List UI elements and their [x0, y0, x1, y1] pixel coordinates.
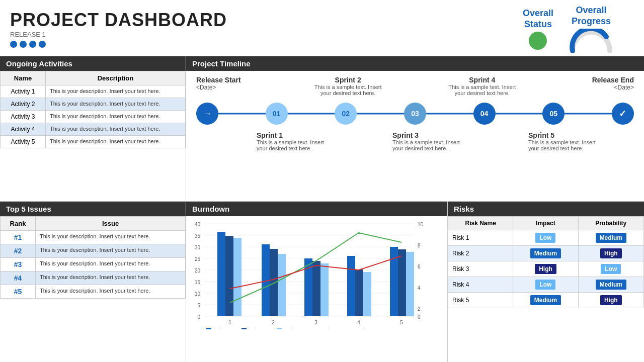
col-rank-header: Rank	[1, 216, 36, 230]
risk-impact: Medium	[513, 292, 578, 308]
svg-text:8: 8	[418, 243, 421, 248]
issue-row: #2 This is your description. Insert your…	[1, 244, 186, 257]
sprint3-text: This is a sample text. Insert your desir…	[392, 139, 468, 151]
activity-row: Activity 2 This is your description. Ins…	[1, 98, 186, 111]
release-end-title: Release End	[579, 76, 634, 84]
dot-1	[10, 41, 17, 48]
svg-text:2: 2	[418, 306, 421, 312]
issue-rank: #2	[1, 244, 36, 257]
timeline-top-labels: Release Start <Date> Sprint 2 This is a …	[196, 76, 634, 96]
issue-rank: #1	[1, 230, 36, 244]
sprint1-bottom-label: Sprint 1 This is a sample text. Insert y…	[257, 131, 332, 151]
sprint3-bottom-label: Sprint 3 This is a sample text. Insert y…	[392, 131, 468, 151]
activity-description: This is your description. Insert your te…	[46, 136, 186, 148]
bar-s4-4	[355, 269, 363, 316]
risk-impact: Low	[513, 277, 578, 292]
bar-s3-1	[217, 232, 225, 316]
issues-header: Top 5 Issues	[0, 202, 186, 216]
risks-header: Risks	[448, 202, 644, 216]
issue-row: #5 This is your description. Insert your…	[1, 285, 186, 298]
header: PROJECT DASHBOARD RELEASE 1 Overall Stat…	[0, 0, 644, 56]
sprint5-bottom-label: Sprint 5 This is a sample text. Insert y…	[528, 131, 604, 151]
dot-4	[39, 41, 46, 48]
bar-s4-3	[312, 261, 320, 316]
timeline-node-05: 05	[542, 103, 565, 125]
activity-name: Activity 1	[1, 85, 46, 98]
node-01-circle: 01	[266, 103, 288, 125]
timeline-track: → 01 02 03 04 05	[196, 101, 634, 126]
svg-text:10: 10	[418, 222, 423, 227]
bar-s4-5	[398, 249, 406, 316]
overall-status-label: Overall Status	[523, 8, 553, 30]
svg-rect-29	[206, 328, 211, 329]
timeline-node-04: 04	[473, 103, 496, 125]
col-risk-name-header: Risk Name	[448, 216, 513, 230]
svg-text:5: 5	[400, 320, 403, 325]
timeline-node-03: 03	[404, 103, 426, 125]
activity-name: Activity 3	[1, 111, 46, 123]
timeline-nodes: → 01 02 03 04 05	[196, 103, 634, 125]
issue-rank: #4	[1, 271, 36, 285]
project-timeline-panel: Project Timeline Release Start <Date> Sp…	[186, 56, 644, 202]
sprint4-text: This is a sample text. Insert your desir…	[444, 84, 520, 96]
timeline-header: Project Timeline	[186, 56, 644, 71]
risk-row: Risk 3 High Low	[448, 261, 644, 277]
svg-text:4: 4	[357, 320, 360, 325]
issue-description: This is your description. Insert your te…	[36, 244, 186, 257]
sprint4-top-label: Sprint 4 This is a sample text. Insert y…	[444, 76, 520, 96]
bar-s5-2	[278, 254, 286, 316]
burndown-header: Burndown	[186, 202, 447, 216]
svg-text:Series5: Series5	[283, 328, 299, 329]
node-04-circle: 04	[473, 103, 496, 125]
timeline-content: Release Start <Date> Sprint 2 This is a …	[186, 71, 644, 156]
risk-name: Risk 2	[448, 245, 513, 261]
svg-text:1: 1	[228, 320, 231, 325]
activity-row: Activity 3 This is your description. Ins…	[1, 111, 186, 123]
release-end-label: Release End <Date>	[579, 76, 634, 96]
risk-name: Risk 4	[448, 277, 513, 292]
svg-text:0: 0	[197, 314, 200, 320]
risk-name: Risk 1	[448, 230, 513, 245]
timeline-node-01: 01	[266, 103, 288, 125]
risk-name: Risk 5	[448, 292, 513, 308]
sprint2-text: This is a sample text. Insert your desir…	[310, 84, 386, 96]
risks-table: Risk Name Impact Probability Risk 1 Low …	[448, 216, 644, 308]
issue-description: This is your description. Insert your te…	[36, 230, 186, 244]
risk-impact: Medium	[513, 245, 578, 261]
issue-row: #3 This is your description. Insert your…	[1, 257, 186, 271]
overall-status-kpi: Overall Status	[523, 8, 553, 50]
activity-name: Activity 4	[1, 123, 46, 136]
risks-panel: Risks Risk Name Impact Probability Risk …	[448, 202, 644, 362]
bar-s4-1	[225, 236, 233, 316]
issue-description: This is your description. Insert your te…	[36, 271, 186, 285]
risk-row: Risk 2 Medium High	[448, 245, 644, 261]
svg-rect-33	[277, 328, 282, 329]
risk-impact: High	[513, 261, 578, 277]
timeline-node-arrow: →	[196, 103, 218, 125]
activity-description: This is your description. Insert your te…	[46, 98, 186, 111]
burndown-svg: 40 35 30 25 20 15 10 5 0 10 8 6 4 2 0	[191, 219, 423, 329]
sprint5-text: This is a sample text. Insert your desir…	[528, 139, 604, 151]
release-start-date: <Date>	[196, 84, 252, 91]
node-03-circle: 03	[404, 103, 426, 125]
release-end-date: <Date>	[579, 84, 634, 91]
activity-row: Activity 1 This is your description. Ins…	[1, 85, 186, 98]
svg-text:35: 35	[195, 233, 201, 239]
dot-3	[29, 41, 36, 48]
sprint1-text: This is a sample text. Insert your desir…	[257, 139, 332, 151]
svg-text:40: 40	[195, 222, 201, 227]
node-arrow-circle: →	[196, 103, 218, 125]
node-02-circle: 02	[335, 103, 357, 125]
risk-row: Risk 4 Low Medium	[448, 277, 644, 292]
risk-probability: Medium	[578, 230, 643, 245]
node-check-circle: ✓	[612, 103, 634, 125]
bar-s5-4	[363, 272, 371, 316]
activity-name: Activity 5	[1, 136, 46, 148]
risk-name: Risk 3	[448, 261, 513, 277]
svg-text:20: 20	[195, 268, 201, 274]
ongoing-activities-panel: Ongoing Activities Name Description Acti…	[0, 56, 186, 202]
bar-s5-1	[233, 238, 242, 316]
timeline-node-check: ✓	[612, 103, 634, 125]
header-title-block: PROJECT DASHBOARD RELEASE 1	[10, 10, 523, 48]
release-start-label: Release Start <Date>	[196, 76, 252, 96]
